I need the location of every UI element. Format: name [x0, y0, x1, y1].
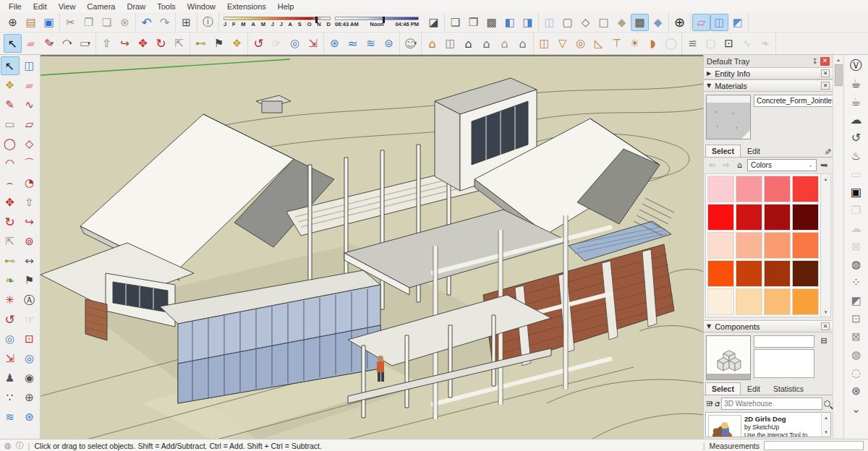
offset-icon[interactable]: ⊚: [20, 232, 39, 251]
pan-icon[interactable]: ☞: [268, 34, 286, 53]
wireframe-icon[interactable]: ◇: [576, 14, 595, 31]
menu-view[interactable]: View: [53, 1, 82, 12]
eyedropper-icon[interactable]: ✎: [822, 148, 833, 155]
sun-light-icon[interactable]: ☀: [626, 34, 644, 53]
menu-edit[interactable]: Edit: [27, 1, 53, 12]
undo-icon[interactable]: ↶: [137, 14, 156, 31]
color-swatch[interactable]: [736, 260, 762, 287]
menu-camera[interactable]: Camera: [81, 1, 121, 12]
edge-style-jitter-icon[interactable]: ◨: [519, 14, 537, 31]
axes-compass-icon[interactable]: ⊕: [671, 14, 689, 31]
look-around-icon[interactable]: ◉: [20, 369, 39, 387]
menu-window[interactable]: Window: [182, 1, 221, 12]
move-icon[interactable]: ✥: [134, 34, 152, 53]
color-swatch[interactable]: [764, 232, 791, 259]
pan-icon[interactable]: ☞: [20, 310, 39, 329]
panel-components[interactable]: ▼ Components ✕: [704, 320, 833, 332]
color-swatch[interactable]: [707, 232, 734, 259]
search-icon[interactable]: [824, 398, 830, 409]
geolocation-icon[interactable]: ◍: [4, 441, 12, 450]
color-swatch[interactable]: [707, 176, 734, 202]
swatch-scrollbar[interactable]: ▴▾: [821, 173, 831, 317]
orbit-icon[interactable]: ↺: [250, 34, 268, 53]
rectangle-icon[interactable]: ▭▾: [76, 34, 94, 53]
material-name-field[interactable]: Concrete_Form_Jointless: [754, 95, 842, 107]
follow-me-icon[interactable]: ↪: [20, 212, 39, 231]
redo-icon[interactable]: ↷: [156, 14, 174, 31]
push-pull-icon[interactable]: ⇧: [98, 34, 116, 53]
tape-measure-icon[interactable]: ⊷: [1, 252, 20, 270]
vray-frame-buffer-icon[interactable]: ▣: [846, 183, 867, 201]
line-icon[interactable]: ✎▾: [40, 34, 58, 53]
edge-style-endpoints-icon[interactable]: ◧: [501, 14, 519, 31]
details-arrow-icon[interactable]: ➥: [818, 160, 830, 171]
rotate-icon[interactable]: ↻: [1, 212, 20, 231]
rectangle-icon[interactable]: ▭: [1, 115, 20, 134]
paint-bucket-icon[interactable]: ❖: [228, 34, 246, 53]
shadow-date-slider[interactable]: JFMAMJJASOND: [224, 17, 331, 27]
zoom-icon[interactable]: ◎: [1, 330, 20, 348]
freehand-icon[interactable]: ∿: [20, 95, 39, 114]
home-icon[interactable]: ⌂▾: [715, 398, 720, 409]
forward-icon[interactable]: ⇨: [720, 160, 732, 171]
collapse-arrow-icon[interactable]: ▼: [707, 323, 711, 330]
section-plane-icon[interactable]: ▱: [692, 14, 710, 31]
tray-scrollbar[interactable]: ▴: [833, 55, 843, 439]
clipper-icon[interactable]: ❧: [756, 34, 774, 53]
vray-checker-plane-icon[interactable]: ◩: [846, 291, 867, 309]
vray-interactive-render-icon[interactable]: ☕: [846, 93, 867, 111]
subdivide-icon[interactable]: ⊛: [326, 34, 344, 53]
color-swatch[interactable]: [764, 204, 791, 231]
rotate-icon[interactable]: ↻: [152, 34, 170, 53]
from-contours-icon[interactable]: ≋: [1, 408, 20, 426]
print-icon[interactable]: ⊞: [177, 14, 195, 31]
materials-tab-edit[interactable]: Edit: [741, 145, 767, 157]
omni-light-icon[interactable]: ◎: [571, 34, 590, 53]
component-name-field[interactable]: [754, 335, 814, 348]
shadows-toggle-icon[interactable]: ◪: [425, 14, 443, 31]
color-swatch[interactable]: [736, 176, 762, 202]
hidden-line-icon[interactable]: □: [595, 14, 613, 31]
fur-icon[interactable]: ∿: [738, 34, 756, 53]
save-icon[interactable]: ▣: [40, 14, 58, 31]
orbit-icon[interactable]: ↺: [1, 310, 20, 329]
shaded-icon[interactable]: ◆: [613, 14, 631, 31]
move-icon[interactable]: ✥: [1, 193, 20, 212]
cut-icon[interactable]: ✂: [61, 14, 80, 31]
collection-dropdown[interactable]: Colors ⌄: [747, 159, 817, 171]
vray-viewport-render-icon[interactable]: ♨: [846, 147, 867, 165]
avatar-icon[interactable]: ☺▾: [401, 34, 420, 53]
text-3d-icon[interactable]: Ⓐ: [20, 291, 39, 309]
zoom-extents-icon[interactable]: ⇲: [1, 349, 20, 368]
color-swatch[interactable]: [792, 232, 819, 259]
stamp-icon[interactable]: ≋: [362, 34, 380, 53]
vray-sphere-icon[interactable]: ◌: [846, 364, 867, 382]
look-target-icon[interactable]: ⊕: [20, 388, 39, 407]
vray-update-icon[interactable]: ↺: [846, 129, 867, 147]
infinite-plane-icon[interactable]: ≌: [684, 34, 702, 53]
info-icon[interactable]: ⓘ: [199, 14, 217, 31]
shadow-date-thumb[interactable]: [315, 17, 318, 23]
circle-icon[interactable]: ◯: [1, 134, 20, 153]
list-item[interactable]: 2D Girls Dog by SketchUp Use the Interac…: [706, 413, 821, 437]
ies-light-icon[interactable]: ◺: [590, 34, 608, 53]
menu-draw[interactable]: Draw: [121, 1, 151, 12]
home-solid-icon[interactable]: ⌂: [459, 34, 477, 53]
component-preview[interactable]: [706, 335, 751, 380]
vray-scatter-icon[interactable]: ⁘: [846, 273, 867, 291]
section-fill-icon[interactable]: ◩: [728, 14, 746, 31]
credits-icon[interactable]: ⓘ: [16, 440, 24, 451]
menu-file[interactable]: File: [3, 1, 27, 12]
rotated-rectangle-icon[interactable]: ▱: [20, 115, 39, 134]
color-swatch[interactable]: [792, 176, 819, 202]
three-point-arc-icon[interactable]: ⌢: [1, 173, 20, 192]
paint-bucket-icon[interactable]: ❖: [1, 76, 20, 95]
color-swatch[interactable]: [707, 260, 734, 287]
vray-more-chevron-icon[interactable]: ⌄: [846, 400, 867, 418]
warehouse-search-input[interactable]: [721, 398, 822, 410]
color-swatch[interactable]: [792, 260, 819, 287]
tape-measure-icon[interactable]: ⊷: [192, 34, 210, 53]
smoove-icon[interactable]: ⊛: [20, 408, 39, 426]
paste-icon[interactable]: ❏: [98, 14, 116, 31]
dome-light-icon[interactable]: ◗: [644, 34, 662, 53]
